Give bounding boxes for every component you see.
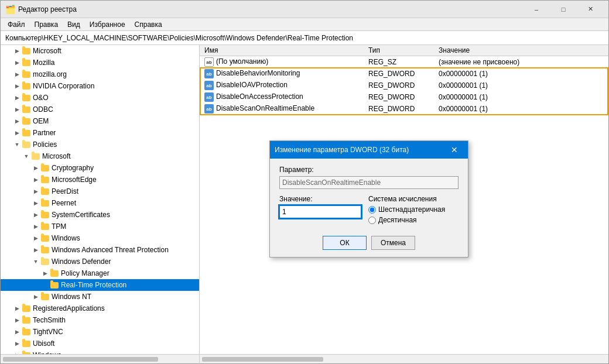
tree-node-policies[interactable]: ▼ Policies — [1, 139, 199, 150]
table-row[interactable]: ab(По умолчанию)REG_SZ(значение не присв… — [200, 56, 608, 68]
tree-node-mozilla-org[interactable]: ▶ mozilla.org — [1, 68, 199, 80]
tree-label: NVIDIA Corporation — [33, 82, 94, 90]
tree-label: Microsoft — [33, 47, 61, 55]
tree-label: Windows — [52, 234, 80, 242]
table-row[interactable]: abDisableIOAVProtectionREG_DWORD0x000000… — [200, 80, 608, 91]
menu-favorites[interactable]: Избранное — [85, 19, 130, 30]
tree-label: Windows Advanced Threat Protection — [52, 246, 169, 254]
tree-node-oem[interactable]: ▶ OEM — [1, 115, 199, 127]
radio-hex-item: Шестнадцатеричная — [368, 205, 459, 214]
expand-icon: ▶ — [12, 45, 22, 57]
values-hscrollbar[interactable] — [202, 357, 323, 362]
tree-node-partner[interactable]: ▶ Partner — [1, 127, 199, 139]
radio-dec[interactable] — [368, 217, 376, 224]
tree-label: Mozilla — [33, 59, 54, 67]
dword-icon: ab — [204, 69, 214, 78]
tree-node-windowsnt[interactable]: ▶ Windows NT — [1, 291, 199, 303]
value-name-cell: abDisableScanOnRealtimeEnable — [200, 103, 364, 115]
tree-label: Cryptography — [52, 164, 94, 172]
tree-label: ODBC — [33, 105, 53, 114]
table-row[interactable]: abDisableBehaviorMonitoringREG_DWORD0x00… — [200, 68, 608, 80]
tree-node-odbc[interactable]: ▶ ODBC — [1, 104, 199, 115]
title-bar: 🗂️ Редактор реестра – □ ✕ — [1, 1, 608, 18]
radio-hex[interactable] — [368, 206, 376, 214]
folder-icon — [40, 257, 50, 266]
dialog-close-button[interactable]: ✕ — [446, 141, 463, 159]
expand-icon: ▼ — [12, 139, 22, 150]
value-name-cell: abDisableOnAccessProtection — [200, 91, 364, 103]
tree-node-systemcerts[interactable]: ▶ SystemCertificates — [1, 209, 199, 221]
dialog-value-row: Значение: Система исчисления Шестнадцате… — [279, 195, 459, 226]
tree-label: Partner — [33, 129, 56, 137]
expand-icon — [40, 279, 50, 291]
value-name-cell: abDisableIOAVProtection — [200, 80, 364, 91]
expand-icon: ▶ — [40, 267, 50, 279]
radio-hex-label[interactable]: Шестнадцатеричная — [378, 205, 445, 214]
tree-node-watp[interactable]: ▶ Windows Advanced Threat Protection — [1, 244, 199, 256]
tree-hscrollbar[interactable] — [3, 357, 158, 362]
tree-node-policies-microsoft[interactable]: ▼ Microsoft — [1, 150, 199, 162]
folder-icon — [22, 304, 31, 313]
value-type-cell: REG_DWORD — [364, 91, 434, 103]
expand-icon: ▶ — [12, 92, 22, 104]
close-button[interactable]: ✕ — [577, 1, 604, 18]
tree-node-windows-policies[interactable]: ▶ Windows — [1, 232, 199, 244]
param-input[interactable] — [279, 176, 459, 189]
tree-node-techsmith[interactable]: ▶ TechSmith — [1, 314, 199, 326]
tree-node-windows[interactable]: ▶ Windows — [1, 349, 199, 354]
tree-node-windefender[interactable]: ▼ Windows Defender — [1, 256, 199, 267]
tree-node-tpm[interactable]: ▶ TPM — [1, 221, 199, 232]
tree-node-microsoftedge[interactable]: ▶ MicrosoftEdge — [1, 174, 199, 186]
table-row[interactable]: abDisableScanOnRealtimeEnableREG_DWORD0x… — [200, 103, 608, 115]
ok-button[interactable]: ОК — [323, 236, 367, 250]
folder-icon — [40, 233, 50, 243]
expand-icon: ▶ — [12, 326, 22, 338]
menu-help[interactable]: Справка — [130, 19, 167, 30]
minimize-button[interactable]: – — [523, 1, 550, 18]
folder-icon — [22, 315, 31, 325]
tree-node-policymanager[interactable]: ▶ Policy Manager — [1, 267, 199, 279]
dword-dialog[interactable]: Изменение параметра DWORD (32 бита) ✕ Па… — [269, 140, 468, 257]
radio-dec-item: Десятичная — [368, 216, 459, 224]
tree-panel[interactable]: ▶ Microsoft ▶ Mozilla ▶ mozilla.org ▶ NV… — [1, 45, 200, 354]
param-label: Параметр: — [279, 166, 459, 174]
folder-icon — [50, 269, 59, 278]
tree-node-tightvnc[interactable]: ▶ TightVNC — [1, 326, 199, 338]
value-input[interactable] — [279, 205, 361, 218]
tree-node-mozilla[interactable]: ▶ Mozilla — [1, 57, 199, 68]
expand-icon: ▼ — [31, 256, 40, 267]
tree-node-peernet[interactable]: ▶ Peernet — [1, 197, 199, 209]
tree-node-oo[interactable]: ▶ O&O — [1, 92, 199, 104]
folder-icon — [22, 81, 31, 91]
expand-icon: ▶ — [12, 127, 22, 139]
col-type: Тип — [364, 45, 434, 56]
tree-node-microsoft[interactable]: ▶ Microsoft — [1, 45, 199, 57]
tree-node-regapps[interactable]: ▶ RegisteredApplications — [1, 303, 199, 314]
tree-node-nvidia[interactable]: ▶ NVIDIA Corporation — [1, 80, 199, 92]
maximize-button[interactable]: □ — [550, 1, 577, 18]
address-bar[interactable]: Компьютер\HKEY_LOCAL_MACHINE\SOFTWARE\Po… — [1, 31, 608, 45]
tree-node-ubisoft[interactable]: ▶ Ubisoft — [1, 338, 199, 349]
expand-icon: ▶ — [31, 174, 40, 186]
table-row[interactable]: abDisableOnAccessProtectionREG_DWORD0x00… — [200, 91, 608, 103]
tree-node-realtime[interactable]: Real-Time Protection — [1, 279, 199, 291]
hscroll-area[interactable] — [1, 354, 608, 363]
expand-icon: ▶ — [12, 80, 22, 92]
cancel-button[interactable]: Отмена — [371, 236, 415, 250]
folder-icon — [22, 116, 31, 126]
address-path: Компьютер\HKEY_LOCAL_MACHINE\SOFTWARE\Po… — [5, 34, 353, 42]
folder-icon — [40, 163, 50, 173]
expand-icon: ▶ — [12, 303, 22, 314]
radio-dec-label[interactable]: Десятичная — [378, 216, 417, 224]
tree-label: SystemCertificates — [52, 211, 110, 219]
value-data-cell: 0x00000001 (1) — [434, 91, 608, 103]
menu-edit[interactable]: Правка — [30, 19, 63, 30]
tree-node-cryptography[interactable]: ▶ Cryptography — [1, 162, 199, 174]
menu-file[interactable]: Файл — [3, 19, 30, 30]
expand-icon: ▶ — [31, 221, 40, 232]
tree-label: RegisteredApplications — [33, 304, 105, 313]
tree-node-peerdist[interactable]: ▶ PeerDist — [1, 186, 199, 197]
tree-label: Windows Defender — [52, 257, 111, 266]
numbering-column: Система исчисления Шестнадцатеричная Дес… — [368, 195, 459, 226]
menu-view[interactable]: Вид — [63, 19, 85, 30]
